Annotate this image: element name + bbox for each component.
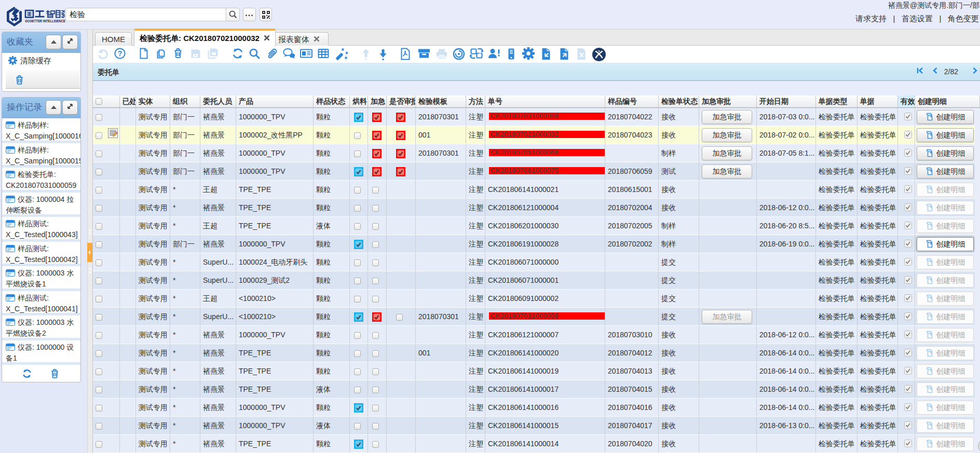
svg-text:GOGETTER INTELLIGENCE: GOGETTER INTELLIGENCE bbox=[25, 19, 66, 23]
svg-text:?: ? bbox=[118, 49, 122, 58]
